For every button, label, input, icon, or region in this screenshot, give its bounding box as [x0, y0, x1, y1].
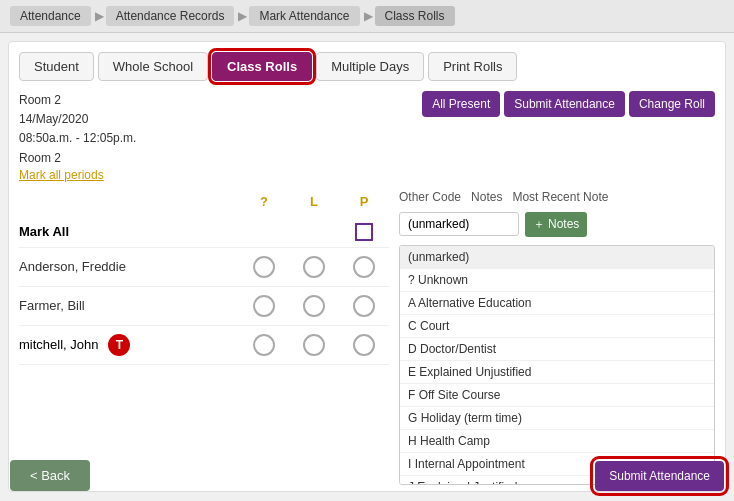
- list-item[interactable]: G Holiday (term time): [400, 407, 714, 430]
- list-item[interactable]: ? Unknown: [400, 269, 714, 292]
- col-header-q: ?: [239, 194, 289, 209]
- radio-button[interactable]: [303, 256, 325, 278]
- attendance-table: ? L P Mark All Anderson, Freddie: [19, 190, 389, 485]
- list-item[interactable]: F Off Site Course: [400, 384, 714, 407]
- breadcrumb-attendance-records[interactable]: Attendance Records: [106, 6, 237, 26]
- table-row: mitchell, John T: [19, 326, 389, 365]
- info-section: Room 2 14/May/2020 08:50a.m. - 12:05p.m.…: [19, 91, 715, 182]
- student-name-with-badge: mitchell, John T: [19, 334, 239, 356]
- submit-attendance-button[interactable]: Submit Attendance: [504, 91, 625, 117]
- change-roll-button[interactable]: Change Roll: [629, 91, 715, 117]
- col-header-l: L: [289, 194, 339, 209]
- table-area: ? L P Mark All Anderson, Freddie: [19, 190, 715, 485]
- date: 14/May/2020: [19, 110, 136, 129]
- radio-button[interactable]: [253, 334, 275, 356]
- back-button[interactable]: < Back: [10, 460, 90, 491]
- col-header-p: P: [339, 194, 389, 209]
- breadcrumb-mark-attendance[interactable]: Mark Attendance: [249, 6, 361, 26]
- radio-p-1[interactable]: [339, 295, 389, 317]
- room-name-2: Room 2: [19, 149, 136, 168]
- main-container: Student Whole School Class Rolls Multipl…: [8, 41, 726, 492]
- dropdown-area: Other Code Notes Most Recent Note ＋ Note…: [399, 190, 715, 485]
- radio-l-2[interactable]: [289, 334, 339, 356]
- list-item[interactable]: C Court: [400, 315, 714, 338]
- radio-l-0[interactable]: [289, 256, 339, 278]
- list-item[interactable]: D Doctor/Dentist: [400, 338, 714, 361]
- list-item[interactable]: E Explained Unjustified: [400, 361, 714, 384]
- radio-button[interactable]: [253, 256, 275, 278]
- breadcrumb: Attendance ▶ Attendance Records ▶ Mark A…: [0, 0, 734, 33]
- breadcrumb-arrow-3: ▶: [364, 9, 373, 23]
- tardy-badge: T: [108, 334, 130, 356]
- time-range: 08:50a.m. - 12:05p.m.: [19, 129, 136, 148]
- dropdown-row: ＋ Notes: [399, 212, 715, 237]
- tab-print-rolls[interactable]: Print Rolls: [428, 52, 517, 81]
- breadcrumb-attendance[interactable]: Attendance: [10, 6, 93, 26]
- breadcrumb-arrow-1: ▶: [95, 9, 104, 23]
- radio-p-2[interactable]: [339, 334, 389, 356]
- radio-p-0[interactable]: [339, 256, 389, 278]
- student-name: Anderson, Freddie: [19, 259, 239, 274]
- list-item[interactable]: A Alternative Education: [400, 292, 714, 315]
- mark-all-periods-link[interactable]: Mark all periods: [19, 168, 136, 182]
- plus-icon: ＋: [533, 216, 545, 233]
- student-name: Farmer, Bill: [19, 298, 239, 313]
- breadcrumb-arrow-2: ▶: [238, 9, 247, 23]
- student-name: mitchell, John: [19, 337, 98, 352]
- most-recent-note-header: Most Recent Note: [512, 190, 608, 204]
- radio-button[interactable]: [353, 295, 375, 317]
- list-item[interactable]: (unmarked): [400, 246, 714, 269]
- radio-button[interactable]: [353, 334, 375, 356]
- radio-l-1[interactable]: [289, 295, 339, 317]
- room-name: Room 2: [19, 91, 136, 110]
- notes-header: Notes: [471, 190, 502, 204]
- column-headers: ? L P: [19, 190, 389, 213]
- notes-button[interactable]: ＋ Notes: [525, 212, 587, 237]
- action-buttons: All Present Submit Attendance Change Rol…: [422, 91, 715, 117]
- submit-attendance-bottom-button[interactable]: Submit Attendance: [595, 461, 724, 491]
- table-row: Anderson, Freddie: [19, 248, 389, 287]
- other-code-header: Other Code: [399, 190, 461, 204]
- radio-button[interactable]: [253, 295, 275, 317]
- mark-all-row: Mark All: [19, 217, 389, 248]
- table-row: Farmer, Bill: [19, 287, 389, 326]
- tab-whole-school[interactable]: Whole School: [98, 52, 208, 81]
- radio-q-1[interactable]: [239, 295, 289, 317]
- dropdown-list[interactable]: (unmarked) ? Unknown A Alternative Educa…: [399, 245, 715, 485]
- radio-q-0[interactable]: [239, 256, 289, 278]
- code-input[interactable]: [399, 212, 519, 236]
- radio-q-2[interactable]: [239, 334, 289, 356]
- all-present-button[interactable]: All Present: [422, 91, 500, 117]
- list-item[interactable]: H Health Camp: [400, 430, 714, 453]
- mark-all-label: Mark All: [19, 224, 239, 239]
- breadcrumb-class-rolls[interactable]: Class Rolls: [375, 6, 457, 26]
- bottom-bar: < Back Submit Attendance: [10, 460, 724, 491]
- radio-button[interactable]: [303, 334, 325, 356]
- mark-all-p[interactable]: [339, 223, 389, 241]
- tab-student[interactable]: Student: [19, 52, 94, 81]
- tab-bar: Student Whole School Class Rolls Multipl…: [19, 52, 715, 81]
- radio-button[interactable]: [303, 295, 325, 317]
- radio-button[interactable]: [353, 256, 375, 278]
- mark-all-checkbox[interactable]: [355, 223, 373, 241]
- tab-multiple-days[interactable]: Multiple Days: [316, 52, 424, 81]
- tab-class-rolls[interactable]: Class Rolls: [212, 52, 312, 81]
